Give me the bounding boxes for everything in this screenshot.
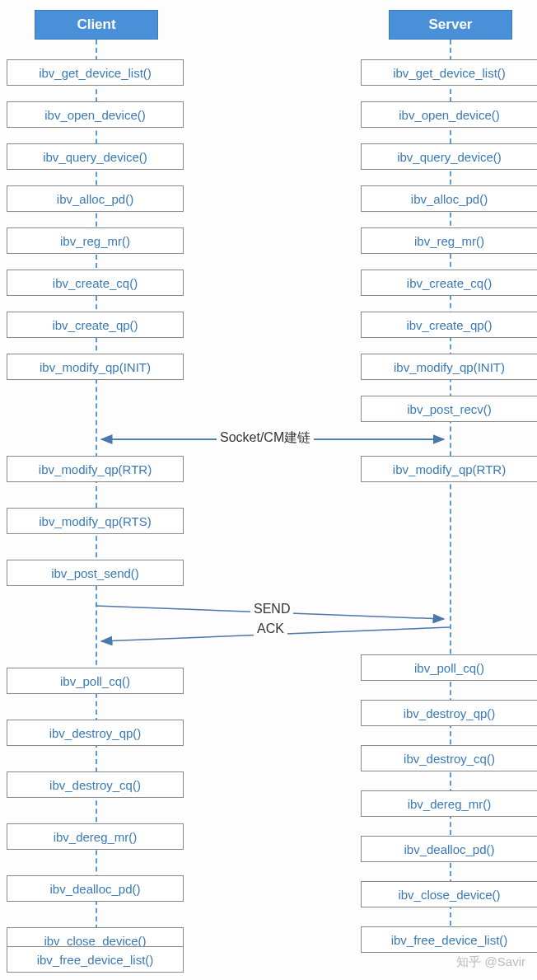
socket-label: Socket/CM建链 (217, 429, 314, 447)
server-step: ibv_create_qp() (361, 312, 537, 338)
server-step: ibv_destroy_cq() (361, 745, 537, 771)
client-step: ibv_get_device_list() (7, 59, 184, 86)
watermark: 知乎 @Savir (456, 954, 525, 970)
sequence-diagram: Client Server ibv_get_device_list() ibv_… (7, 7, 530, 973)
server-step: ibv_modify_qp(RTR) (361, 456, 537, 482)
server-step: ibv_modify_qp(INIT) (361, 354, 537, 380)
server-step: ibv_reg_mr() (361, 227, 537, 254)
client-step: ibv_create_cq() (7, 270, 184, 296)
server-step: ibv_get_device_list() (361, 59, 537, 86)
client-step: ibv_alloc_pd() (7, 185, 184, 212)
server-step: ibv_poll_cq() (361, 654, 537, 681)
client-step: ibv_modify_qp(RTS) (7, 508, 184, 534)
server-step: ibv_close_device() (361, 881, 537, 907)
client-step: ibv_open_device() (7, 101, 184, 128)
server-step: ibv_post_recv() (361, 396, 537, 422)
server-step: ibv_dereg_mr() (361, 790, 537, 817)
server-header: Server (389, 10, 512, 40)
client-step: ibv_modify_qp(INIT) (7, 354, 184, 380)
client-step: ibv_modify_qp(RTR) (7, 456, 184, 482)
send-label: SEND (250, 602, 293, 617)
client-step: ibv_post_send() (7, 560, 184, 586)
client-step: ibv_dealloc_pd() (7, 875, 184, 902)
ack-label: ACK (254, 621, 287, 636)
client-step: ibv_destroy_qp() (7, 720, 184, 746)
client-header: Client (35, 10, 158, 40)
client-step: ibv_create_qp() (7, 312, 184, 338)
client-step: ibv_dereg_mr() (7, 823, 184, 850)
server-step: ibv_free_device_list() (361, 926, 537, 953)
server-step: ibv_dealloc_pd() (361, 836, 537, 862)
client-step: ibv_query_device() (7, 143, 184, 170)
client-step: ibv_reg_mr() (7, 227, 184, 254)
server-step: ibv_create_cq() (361, 270, 537, 296)
client-step: ibv_poll_cq() (7, 668, 184, 694)
client-step: ibv_free_device_list() (7, 946, 184, 973)
client-step: ibv_destroy_cq() (7, 771, 184, 798)
server-step: ibv_alloc_pd() (361, 185, 537, 212)
server-step: ibv_destroy_qp() (361, 700, 537, 726)
server-step: ibv_query_device() (361, 143, 537, 170)
server-step: ibv_open_device() (361, 101, 537, 128)
